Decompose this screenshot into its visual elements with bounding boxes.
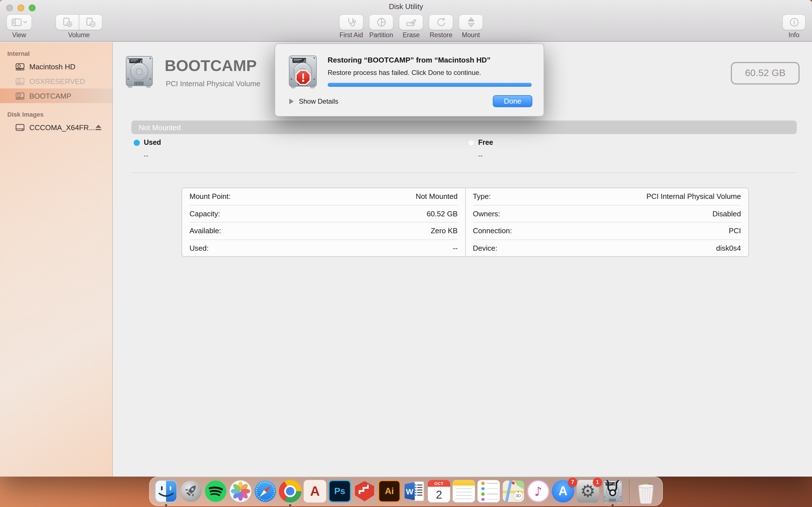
dock: A Ps Ai	[149, 476, 663, 506]
table-row: Mount Point: Not Mounted	[190, 188, 458, 205]
svg-text:3D: 3D	[515, 493, 521, 498]
sidebar-item-label: OSXRESERVED	[29, 77, 85, 86]
autocad-icon: A	[304, 480, 326, 503]
erase-label: Erase	[403, 32, 419, 38]
safari-icon	[254, 480, 276, 503]
dock-sketchup[interactable]	[353, 480, 376, 503]
free-dot	[468, 139, 474, 146]
sidebar-item-cccoma[interactable]: CCCOMA_X64FR...	[0, 120, 112, 135]
sidebar-item-label: CCCOMA_X64FR...	[29, 123, 95, 131]
dock-illustrator[interactable]: Ai	[378, 480, 401, 503]
dock-photos[interactable]	[229, 480, 252, 503]
sidebar-item-label: Macintosh HD	[29, 62, 75, 71]
notes-lines	[453, 486, 475, 503]
row-value: PCI	[729, 227, 741, 235]
info-icon	[789, 17, 799, 27]
dock-maps[interactable]: 3D	[502, 480, 525, 503]
done-button[interactable]: Done	[493, 95, 532, 107]
dock-spotify[interactable]	[204, 480, 227, 503]
chrome-icon	[279, 480, 301, 503]
row-value: Zero KB	[431, 227, 458, 235]
volume-label: Volume	[56, 32, 102, 38]
running-indicator	[289, 504, 291, 506]
sidebar-section-internal: Internal	[7, 50, 112, 57]
dialog-message: Restore process has failed. Click Done t…	[327, 69, 481, 76]
row-value: 60.52 GB	[426, 210, 458, 218]
erase-button[interactable]	[399, 15, 423, 30]
trash-icon	[635, 480, 657, 505]
restore-dialog: Restoring “BOOTCAMP” from “Macintosh HD”…	[274, 43, 544, 117]
notification-badge: 1	[593, 478, 602, 487]
restore-button[interactable]	[429, 15, 453, 30]
show-details-disclosure[interactable]: Show Details	[289, 98, 338, 105]
dock-launchpad[interactable]	[180, 480, 202, 503]
row-label: Type:	[473, 192, 491, 201]
partition-icon	[376, 17, 386, 27]
row-value: --	[453, 244, 458, 252]
dock-photoshop[interactable]: Ps	[328, 480, 351, 503]
dock-autocad[interactable]: A	[304, 480, 326, 503]
word-icon: W	[403, 480, 425, 503]
sidebar-item-osxreserved[interactable]: OSXRESERVED	[0, 74, 112, 89]
mount-label: Mount	[462, 32, 480, 38]
sidebar-item-macintosh-hd[interactable]: Macintosh HD	[0, 59, 112, 74]
internal-drive-icon	[15, 62, 25, 71]
row-value: Disabled	[712, 210, 741, 218]
notification-badge: 7	[568, 478, 577, 487]
dock-divider	[629, 479, 629, 504]
row-label: Capacity:	[190, 210, 220, 218]
eject-icon	[95, 124, 102, 131]
size-badge: 60.52 GB	[731, 62, 800, 84]
used-label: Used	[144, 138, 161, 147]
dock-safari[interactable]	[254, 480, 276, 503]
calendar-icon: OCT 2	[428, 480, 450, 503]
view-button[interactable]	[7, 15, 32, 30]
dock-itunes[interactable]: ♪	[527, 480, 550, 503]
disk-image-icon	[15, 122, 25, 132]
table-row: Owners: Disabled	[473, 205, 741, 222]
photos-icon	[229, 480, 252, 503]
partition-button[interactable]	[369, 15, 393, 30]
sidebar-item-bootcamp[interactable]: BOOTCAMP	[0, 89, 112, 103]
volume-subtitle: PCI Internal Physical Volume	[166, 79, 260, 88]
volume-title: BOOTCAMP	[165, 57, 257, 75]
row-value: Not Mounted	[416, 192, 458, 201]
table-row: Connection: PCI	[473, 222, 741, 239]
dock-notes[interactable]	[453, 480, 475, 503]
table-row: Capacity: 60.52 GB	[190, 205, 458, 222]
dock-chrome[interactable]	[279, 480, 301, 503]
eject-button[interactable]	[95, 124, 107, 131]
used-value: --	[144, 152, 161, 159]
info-label: Info	[789, 32, 799, 38]
erase-icon	[406, 17, 416, 27]
row-label: Connection:	[473, 227, 512, 235]
dock-word[interactable]: W	[403, 480, 425, 503]
dock-system-preferences[interactable]: ⚙ 1	[576, 480, 599, 503]
notes-icon	[453, 480, 475, 503]
table-row: Used: --	[190, 239, 458, 256]
dock-trash[interactable]	[635, 480, 657, 503]
dock-reminders[interactable]	[477, 480, 500, 503]
remove-volume-button[interactable]	[79, 15, 102, 30]
remove-volume-icon	[85, 17, 96, 27]
first-aid-button[interactable]	[340, 15, 363, 30]
info-button[interactable]	[783, 15, 805, 30]
dock-app-store[interactable]: A 7	[552, 480, 574, 503]
mount-button[interactable]	[459, 15, 483, 30]
restore-progress-fill	[327, 83, 532, 87]
dock-finder[interactable]	[155, 480, 177, 503]
sidebar-view-icon	[11, 18, 28, 27]
add-volume-button[interactable]	[56, 15, 79, 30]
row-label: Mount Point:	[190, 192, 231, 201]
row-label: Used:	[190, 244, 209, 252]
dock-disk-utility[interactable]	[601, 480, 624, 503]
legend-free: Free --	[468, 138, 493, 159]
sidebar: Internal Macintosh HD OSXRESERVED BOOTCA…	[0, 42, 113, 476]
dock-calendar[interactable]: OCT 2	[428, 480, 450, 503]
restore-progress	[327, 83, 532, 87]
internal-drive-icon	[15, 76, 25, 86]
first-aid-label: First Aid	[340, 32, 363, 38]
photoshop-icon: Ps	[328, 480, 351, 503]
error-badge-icon	[296, 70, 311, 85]
disk-utility-icon	[601, 480, 624, 504]
